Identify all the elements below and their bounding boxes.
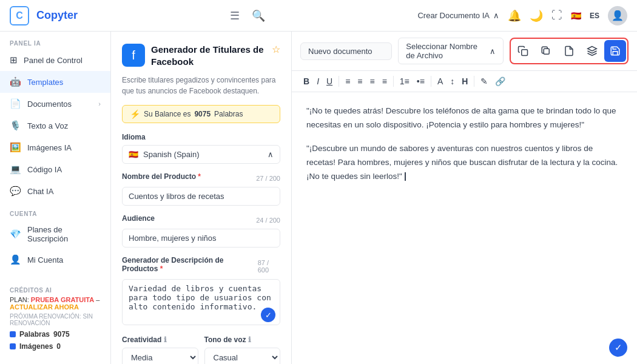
sidebar-item-imagenes-ia[interactable]: 🖼️ Imágenes IA <box>0 136 110 158</box>
fullscreen-icon[interactable]: ⛶ <box>551 9 562 22</box>
desc-textarea[interactable]: Variedad de libros y cuentas para todo t… <box>122 279 280 325</box>
desc-confirm-button[interactable]: ✓ <box>261 308 275 322</box>
product-input[interactable] <box>122 187 280 206</box>
tono-info-icon[interactable]: ℹ <box>248 335 251 344</box>
avatar[interactable]: 👤 <box>608 6 627 25</box>
format-separator3 <box>431 76 431 87</box>
format-font-color-button[interactable]: A <box>434 75 446 88</box>
format-brush-button[interactable]: ✎ <box>477 75 491 88</box>
sidebar-item-label: Templates <box>27 78 63 87</box>
tool-description: Escribe titulares pegadizos y convincent… <box>122 75 280 96</box>
user-icon: 👤 <box>10 254 21 265</box>
tool-title: Generador de Titulares de Facebook <box>151 44 266 67</box>
sidebar-item-mi-cuenta[interactable]: 👤 Mi Cuenta <box>0 249 110 271</box>
idioma-value: Spanish (Spain) <box>143 150 200 159</box>
sidebar-item-label: Planes de Suscripción <box>27 225 101 243</box>
format-align-left-button[interactable]: ≡ <box>342 75 353 88</box>
search-button[interactable]: 🔍 <box>249 7 268 25</box>
plan-free-link[interactable]: PRUEBA GRATUITA <box>31 296 94 303</box>
format-align-justify-button[interactable]: ≡ <box>379 75 390 88</box>
panel-section-label: PANEL IA <box>0 32 110 49</box>
palabras-dot <box>10 331 16 337</box>
editor-paragraph-1: "¡No te quedes atrás! Descubre los teléf… <box>306 104 622 132</box>
sidebar-item-chat-ia[interactable]: 💬 Chat IA <box>0 180 110 202</box>
select-archive-label: Seleccionar Nombre de Archivo <box>406 42 486 60</box>
bell-icon[interactable]: 🔔 <box>508 9 521 22</box>
imagenes-credit: Imágenes 0 <box>10 342 101 351</box>
crear-documento-button[interactable]: Crear Documento IA ∧ <box>417 11 499 20</box>
format-unordered-list-button[interactable]: •≡ <box>414 75 428 88</box>
chat-icon: 💬 <box>10 186 21 197</box>
palabras-count: 9075 <box>53 330 70 339</box>
facebook-icon: f <box>122 44 145 67</box>
plan-update-link[interactable]: ACTUALIZAR AHORA <box>10 303 79 311</box>
format-align-center-button[interactable]: ≡ <box>354 75 365 88</box>
content: f Generador de Titulares de Facebook ☆ E… <box>111 32 637 364</box>
balance-value: 9075 <box>194 110 211 118</box>
toolbar-copy1-button[interactable] <box>512 40 534 62</box>
editor-done-button[interactable]: ✓ <box>609 339 627 357</box>
required-star: * <box>198 172 201 181</box>
format-link-button[interactable]: 🔗 <box>492 75 508 88</box>
format-italic-button[interactable]: I <box>314 75 322 88</box>
format-heading-button[interactable]: H <box>459 75 471 88</box>
sidebar-item-panel-control[interactable]: ⊞ Panel de Control <box>0 49 110 71</box>
audience-section: Audience 24 / 200 <box>122 214 280 248</box>
format-ordered-list-button[interactable]: 1≡ <box>397 75 413 88</box>
idioma-section: Idioma 🇪🇸 Spanish (Spain) ∧ <box>122 133 280 164</box>
idioma-select[interactable]: 🇪🇸 Spanish (Spain) ∧ <box>122 145 280 164</box>
editor-panel: Seleccionar Nombre de Archivo ∧ <box>292 32 637 364</box>
editor-body[interactable]: "¡No te quedes atrás! Descubre los teléf… <box>292 92 637 364</box>
palabras-label: Palabras <box>19 330 50 339</box>
sidebar-item-label: Imágenes IA <box>27 143 72 152</box>
logo-text: Copyter <box>36 9 78 22</box>
doc-name-input[interactable] <box>300 42 392 60</box>
bolt-icon: ⚡ <box>130 109 140 119</box>
editor-content: "¡No te quedes atrás! Descubre los teléf… <box>306 104 622 184</box>
sidebar-item-texto-voz[interactable]: 🎙️ Texto a Voz <box>0 115 110 136</box>
toolbar-group <box>510 38 629 64</box>
toolbar-layers-button[interactable] <box>581 40 603 62</box>
sidebar-item-templates[interactable]: 🤖 Templates <box>0 71 110 93</box>
spain-flag-icon: 🇪🇸 <box>129 150 138 159</box>
tono-select[interactable]: Casual <box>204 348 281 364</box>
sidebar-item-documentos[interactable]: 📄 Documentos › <box>0 93 110 115</box>
sidebar-item-codigo-ia[interactable]: 💻 Código IA <box>0 158 110 180</box>
language-button[interactable]: ES <box>590 12 599 20</box>
plan-label: PLAN: <box>10 296 29 303</box>
creatividad-select[interactable]: Media <box>122 348 198 364</box>
toolbar-doc-button[interactable] <box>558 40 580 62</box>
format-line-height-button[interactable]: ↕ <box>447 75 457 88</box>
format-bold-button[interactable]: B <box>300 75 312 88</box>
moon-icon[interactable]: 🌙 <box>530 9 543 22</box>
menu-toggle-button[interactable]: ☰ <box>228 7 242 25</box>
format-separator <box>339 76 339 87</box>
desc-char-count: 87 / 600 <box>258 259 280 274</box>
format-underline-button[interactable]: U <box>323 75 335 88</box>
toolbar-save-button[interactable] <box>604 40 626 62</box>
audience-input[interactable] <box>122 229 280 248</box>
sidebar-item-label: Panel de Control <box>24 56 83 65</box>
chevron-up-icon: ∧ <box>493 11 499 20</box>
product-label: Nombre del Producto * <box>122 172 201 181</box>
credits-section: CRÉDITOS AI PLAN: PRUEBA GRATUITA – ACTU… <box>0 281 110 357</box>
idioma-label: Idioma <box>122 133 280 141</box>
select-archive-dropdown[interactable]: Seleccionar Nombre de Archivo ∧ <box>398 38 504 64</box>
nav-right: Crear Documento IA ∧ 🔔 🌙 ⛶ 🇪🇸 ES 👤 <box>417 6 627 25</box>
creatividad-info-icon[interactable]: ℹ <box>164 335 167 344</box>
editor-topbar: Seleccionar Nombre de Archivo ∧ <box>292 32 637 71</box>
creatividad-section: Creatividad ℹ Media <box>122 335 198 364</box>
imagenes-count: 0 <box>56 342 61 351</box>
sidebar-item-label: Documentos <box>27 99 72 109</box>
format-align-right-button[interactable]: ≡ <box>366 75 377 88</box>
format-separator4 <box>474 76 474 87</box>
tono-section: Tono de voz ℹ Casual <box>204 335 281 364</box>
chevron-up-icon: ∧ <box>490 47 496 56</box>
toolbar-copy2-button[interactable] <box>535 40 557 62</box>
chevron-right-icon: › <box>98 100 101 107</box>
logo-icon: C <box>10 6 29 25</box>
sidebar-item-planes[interactable]: 💎 Planes de Suscripción <box>0 220 110 249</box>
robot-icon: 🤖 <box>10 76 21 87</box>
favorite-button[interactable]: ☆ <box>272 44 280 55</box>
product-section: Nombre del Producto * 27 / 200 <box>122 172 280 206</box>
